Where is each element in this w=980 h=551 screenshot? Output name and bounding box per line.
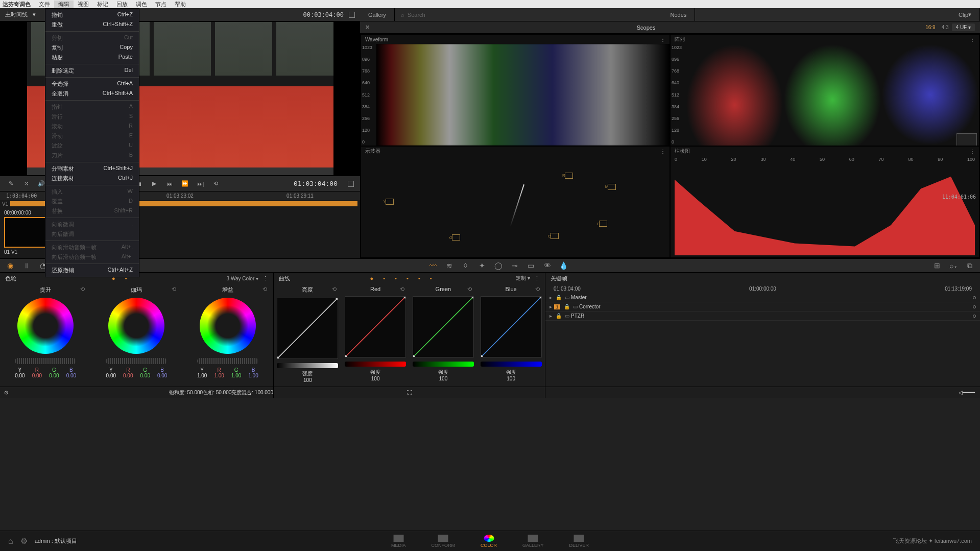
menu-help[interactable]: 帮助 — [171, 1, 190, 8]
stereo-icon[interactable]: 👁 — [542, 260, 553, 271]
keyframe-row[interactable]: ▸1🔒▭Corrector — [545, 302, 980, 312]
grid-icon[interactable]: ⊞ — [932, 260, 942, 271]
fast-forward-button[interactable]: ⏩ — [180, 179, 189, 188]
play-button[interactable]: ▶ — [150, 179, 159, 188]
page-media[interactable]: MEDIA — [391, 535, 406, 548]
aspect-169[interactable]: 16:9 — [925, 25, 935, 30]
expand-icon[interactable] — [349, 12, 355, 18]
copy-icon[interactable]: ⧉ — [965, 260, 975, 271]
reset-icon[interactable]: ⟲ — [467, 286, 472, 293]
zoom-slider[interactable]: ◁━━━━ — [959, 390, 975, 395]
menu-item[interactable]: 连接素材Ctrl+J — [45, 174, 139, 183]
tab-nodes[interactable]: Nodes — [662, 8, 696, 21]
menu-playback[interactable]: 回放 — [112, 1, 132, 8]
reset-icon[interactable]: ⊙ — [4, 390, 8, 395]
color-wheel[interactable] — [108, 298, 164, 354]
tracker-icon[interactable]: ✦ — [477, 260, 487, 271]
reset-icon[interactable]: ⟲ — [332, 286, 337, 293]
menu-view[interactable]: 视图 — [74, 1, 93, 8]
page-conform[interactable]: CONFORM — [432, 535, 456, 548]
menu-item[interactable]: 粘贴Paste — [45, 53, 139, 62]
panel-pager[interactable]: ● • • • • • — [290, 275, 516, 281]
scope-menu-icon[interactable]: ⋮ — [660, 37, 665, 42]
timeline-label[interactable]: 主时间线 — [5, 11, 28, 18]
page-gallery[interactable]: GALLERY — [522, 535, 543, 548]
custom-curves-icon[interactable]: ≋ — [444, 260, 455, 271]
menu-file[interactable]: 文件 — [35, 1, 54, 8]
menu-item[interactable]: 撤销Ctrl+Z — [45, 10, 139, 20]
tab-gallery[interactable]: Gallery — [360, 8, 395, 21]
menu-item[interactable]: 还原撤销Ctrl+Alt+Z — [45, 266, 139, 275]
reset-icon[interactable]: ⟲ — [400, 286, 404, 293]
data-burn-icon[interactable]: 💧 — [559, 260, 569, 271]
window-icon[interactable]: ◊ — [461, 260, 471, 271]
aspect-43[interactable]: 4:3 — [942, 25, 949, 30]
keyframe-row[interactable]: ▸🔒▭PTZR — [545, 312, 980, 321]
menu-item[interactable]: 分割素材Ctrl+Shift+J — [45, 164, 139, 174]
last-frame-button[interactable]: ⏭| — [196, 179, 205, 188]
menu-item[interactable]: 全取消Ctrl+Shift+A — [45, 89, 139, 99]
curve-editor[interactable] — [481, 296, 542, 357]
keyframe-row[interactable]: ▸🔒▭Master — [545, 293, 980, 302]
chevron-down-icon[interactable]: ▾ — [33, 11, 36, 18]
close-icon[interactable]: ✕ — [365, 24, 370, 31]
curve-editor[interactable] — [277, 298, 338, 359]
wheels-icon[interactable]: ◉ — [5, 260, 15, 271]
search-icon[interactable]: ⌕▾ — [948, 260, 959, 271]
jog-wheel[interactable] — [106, 358, 167, 364]
snapshot-icon[interactable]: ⛶ — [274, 390, 545, 395]
menu-mark[interactable]: 标记 — [93, 1, 112, 8]
page-color[interactable]: COLOR — [481, 535, 497, 548]
reset-icon[interactable]: ⟲ — [172, 286, 176, 293]
jog-wheel[interactable] — [197, 358, 258, 364]
jog-wheel[interactable] — [15, 358, 76, 364]
curve-mode-select[interactable]: 定制 ▾ — [516, 275, 530, 282]
menu-item[interactable]: 重做Ctrl+Shift+Z — [45, 20, 139, 30]
next-clip-button[interactable]: ⏭ — [165, 179, 174, 188]
intensity-slider[interactable] — [277, 363, 338, 368]
scope-menu-icon[interactable]: ⋮ — [970, 149, 975, 154]
settings-icon[interactable]: ⚙ — [20, 536, 28, 546]
menu-item[interactable]: 全选择Ctrl+A — [45, 79, 139, 89]
sizing-icon[interactable]: ▭ — [526, 260, 536, 271]
shuffle-icon[interactable]: ⤭ — [21, 179, 31, 188]
intensity-slider[interactable] — [481, 362, 542, 367]
viewer-mode-icon[interactable] — [348, 181, 354, 187]
menu-nodes[interactable]: 节点 — [151, 1, 171, 8]
intensity-slider[interactable] — [345, 362, 406, 367]
scope-menu-icon[interactable]: ⋮ — [970, 37, 975, 42]
saturation-value[interactable]: 饱和度: 50.000 — [169, 389, 203, 396]
scope-menu-icon[interactable]: ⋮ — [660, 149, 665, 154]
clip-selector[interactable]: Clip ▾ — [950, 8, 980, 21]
menu-color[interactable]: 调色 — [132, 1, 151, 8]
menu-item[interactable]: 复制Copy — [45, 43, 139, 53]
bars-icon[interactable]: ⫴ — [21, 260, 32, 271]
loop-button[interactable]: ⟲ — [211, 179, 220, 188]
curves-icon[interactable]: 〰 — [428, 260, 438, 271]
curve-editor[interactable] — [413, 296, 474, 357]
menu-edit[interactable]: 编辑 — [54, 1, 74, 8]
curve-editor[interactable] — [345, 296, 406, 357]
intensity-slider[interactable] — [413, 362, 474, 367]
color-wheel[interactable] — [200, 298, 256, 354]
key-icon[interactable]: ⊸ — [510, 260, 520, 271]
highlight-icon[interactable]: ✎ — [6, 179, 15, 188]
lummix-value[interactable]: 亮度混合: 100.000 — [231, 389, 273, 396]
keyframe-ruler[interactable]: 01:03:04:00 01:00:00:00 01:13:19:09 — [545, 284, 980, 293]
reset-icon[interactable]: ⟲ — [535, 286, 540, 293]
blur-icon[interactable]: ◯ — [493, 260, 504, 271]
menu-item[interactable]: 删除选定Del — [45, 66, 139, 76]
reset-icon[interactable]: ⟲ — [262, 286, 267, 293]
reset-icon[interactable]: ⟲ — [80, 286, 85, 293]
panel-menu-icon[interactable]: ⋮ — [534, 275, 540, 282]
node-thumbnail[interactable] — [957, 133, 977, 146]
panel-menu-icon[interactable]: ⋮ — [262, 275, 268, 282]
scope-layout-select[interactable]: 4 UF ▾ — [952, 23, 975, 31]
wheel-mode-select[interactable]: 3 Way Color ▾ — [227, 276, 258, 281]
search-field[interactable]: ⌕ Search — [395, 12, 662, 18]
page-deliver[interactable]: DELIVER — [569, 535, 589, 548]
hue-value[interactable]: 色相: 50.000 — [203, 389, 231, 396]
home-icon[interactable]: ⌂ — [8, 537, 13, 546]
chevron-down-icon: ▾ — [968, 25, 971, 30]
color-wheel[interactable] — [17, 298, 74, 354]
